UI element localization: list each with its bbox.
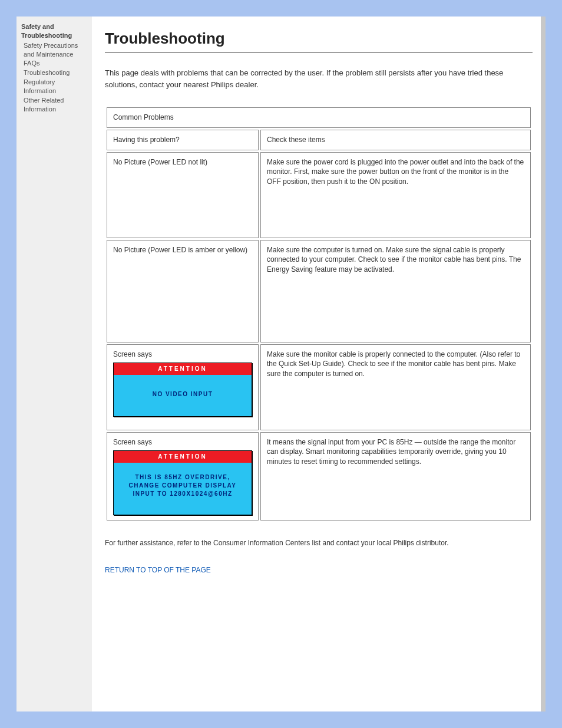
page-title: Troubleshooting	[105, 29, 533, 48]
sidebar: Safety and Troubleshooting Safety Precau…	[16, 17, 92, 711]
footer-text: For further assistance, refer to the Con…	[105, 538, 533, 548]
warning-body: NO VIDEO INPUT	[114, 375, 252, 416]
table-caption: Common Problems	[107, 107, 531, 128]
table-cell-label: Screen says	[113, 350, 252, 360]
warning-body: THIS IS 85HZ OVERDRIVE, CHANGE COMPUTER …	[114, 463, 252, 515]
table-cell-warning: Screen says ATTENTION THIS IS 85HZ OVERD…	[107, 432, 259, 521]
table-cell-warning: Screen says ATTENTION NO VIDEO INPUT	[107, 344, 259, 430]
table-cell-fix: Make sure the computer is turned on. Mak…	[260, 240, 531, 342]
table-cell-fix: Make sure the power cord is plugged into…	[260, 152, 531, 238]
table-cell-problem: No Picture (Power LED not lit)	[107, 152, 259, 238]
warning-line: THIS IS 85HZ OVERDRIVE,	[118, 473, 247, 482]
table-cell-label: Screen says	[113, 437, 252, 447]
back-to-top-link[interactable]: RETURN TO TOP OF THE PAGE	[105, 566, 211, 574]
sidebar-item-regulatory[interactable]: Regulatory Information	[21, 78, 87, 95]
troubleshooting-table: Common Problems Having this problem? Che…	[105, 106, 533, 522]
table-header-fix: Check these items	[260, 130, 531, 150]
table-cell-problem: No Picture (Power LED is amber or yellow…	[107, 240, 259, 342]
sidebar-group-header: Safety and Troubleshooting	[21, 22, 87, 40]
sidebar-item-troubleshooting[interactable]: Troubleshooting	[21, 68, 87, 77]
warning-box: ATTENTION THIS IS 85HZ OVERDRIVE, CHANGE…	[113, 450, 252, 515]
sidebar-item-faqs[interactable]: FAQs	[21, 59, 87, 68]
content: Troubleshooting This page deals with pro…	[92, 17, 546, 711]
sidebar-item-other[interactable]: Other Related Information	[21, 96, 87, 114]
warning-header: ATTENTION	[114, 451, 252, 463]
table-header-problem: Having this problem?	[107, 130, 259, 150]
warning-header: ATTENTION	[114, 363, 252, 375]
table-cell-fix: It means the signal input from your PC i…	[260, 432, 531, 521]
warning-line: INPUT TO 1280X1024@60HZ	[118, 490, 247, 498]
warning-box: ATTENTION NO VIDEO INPUT	[113, 363, 252, 417]
scrollbar[interactable]	[541, 17, 546, 711]
divider	[105, 52, 533, 53]
warning-line: CHANGE COMPUTER DISPLAY	[118, 482, 247, 490]
page: Safety and Troubleshooting Safety Precau…	[16, 17, 546, 711]
footer-links: RETURN TO TOP OF THE PAGE	[105, 566, 533, 574]
intro-text: This page deals with problems that can b…	[105, 67, 533, 90]
table-cell-fix: Make sure the monitor cable is properly …	[260, 344, 531, 430]
sidebar-item-safety[interactable]: Safety Precautions and Maintenance	[21, 41, 87, 59]
